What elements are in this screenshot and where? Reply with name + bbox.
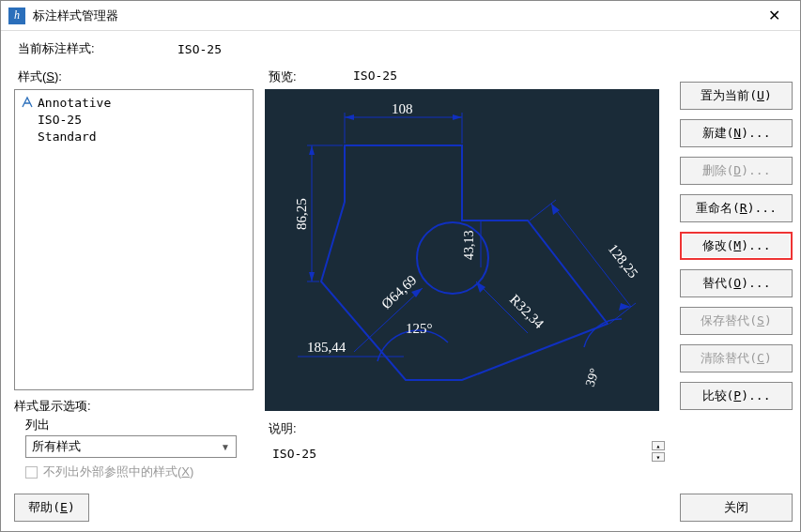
current-style-label: 当前标注样式: (18, 40, 177, 57)
chevron-down-icon[interactable]: ▾ (652, 452, 665, 462)
description-label: 说明: (269, 420, 669, 437)
dialog-window: h 标注样式管理器 ✕ 当前标注样式: ISO-25 样式(S): Annota… (0, 0, 801, 532)
preview-column: 预览: ISO-25 108 (265, 65, 669, 522)
preview-style-name: ISO-25 (353, 68, 397, 85)
description-spinner[interactable]: ▴ ▾ (652, 441, 665, 462)
list-item[interactable]: Standard (21, 128, 247, 144)
titlebar: h 标注样式管理器 ✕ (1, 1, 800, 31)
delete-button: 删除(D)... (680, 157, 793, 185)
override-button[interactable]: 替代(O)... (680, 269, 793, 297)
styles-filter-select[interactable]: 所有样式 ▼ (25, 435, 237, 458)
close-icon[interactable]: ✕ (755, 3, 793, 29)
styles-listbox[interactable]: Annotative ISO-25 Standard (14, 89, 254, 390)
description-section: 说明: ISO-25 ▴ ▾ (265, 417, 669, 469)
display-options: 样式显示选项: 列出 所有样式 ▼ 不列出外部参照中的样式(X) 帮助(E) (14, 390, 254, 522)
clear-override-button: 清除替代(C) (680, 344, 793, 372)
list-item-label: Annotative (38, 96, 111, 110)
styles-label: 样式(S): (18, 68, 254, 85)
preview-canvas: 108 86,25 Ø64,69 43,13 (265, 89, 659, 411)
list-item[interactable]: ISO-25 (21, 111, 247, 128)
list-out-label: 列出 (25, 417, 254, 433)
dim-corner-angle: 39° (583, 367, 602, 388)
new-button[interactable]: 新建(N)... (680, 119, 793, 147)
modify-button[interactable]: 修改(M)... (680, 232, 793, 260)
dim-left: 86,25 (294, 198, 309, 230)
dim-top: 108 (392, 101, 413, 116)
help-button[interactable]: 帮助(E) (14, 494, 89, 522)
current-style-row: 当前标注样式: ISO-25 (14, 40, 793, 57)
preview-label-row: 预览: ISO-25 (269, 68, 669, 85)
window-title: 标注样式管理器 (33, 8, 755, 24)
dim-vert-small: 43,13 (462, 231, 476, 261)
list-item[interactable]: Annotative (21, 94, 247, 111)
chevron-up-icon[interactable]: ▴ (652, 441, 665, 450)
checkbox-icon[interactable] (25, 466, 38, 479)
preview-label: 预览: (269, 68, 353, 85)
xref-checkbox-label: 不列出外部参照中的样式(X) (43, 464, 193, 480)
styles-column: 样式(S): Annotative ISO-25 Standard 样式显示选项… (14, 65, 254, 522)
dim-radius: R32,34 (507, 292, 547, 332)
dim-angle: 125° (406, 321, 433, 336)
xref-checkbox-row[interactable]: 不列出外部参照中的样式(X) (25, 464, 254, 480)
dim-right: 128,25 (606, 241, 641, 281)
list-item-label: Standard (38, 129, 97, 144)
compare-button[interactable]: 比较(P)... (680, 382, 793, 410)
rename-button[interactable]: 重命名(R)... (680, 194, 793, 222)
description-value-box: ISO-25 ▴ ▾ (265, 437, 669, 469)
annotative-icon (21, 96, 34, 109)
set-current-button[interactable]: 置为当前(U) (680, 82, 793, 110)
description-value: ISO-25 (272, 447, 316, 461)
chevron-down-icon: ▼ (221, 442, 230, 452)
current-style-value: ISO-25 (177, 42, 222, 56)
svg-line-12 (530, 200, 556, 220)
close-button[interactable]: 关闭 (680, 494, 793, 522)
content-area: 当前标注样式: ISO-25 样式(S): Annotative ISO-25 … (1, 31, 800, 531)
button-column: 置为当前(U) 新建(N)... 删除(D)... 重命名(R)... 修改(M… (680, 65, 793, 522)
display-options-header: 样式显示选项: (14, 398, 254, 415)
select-value: 所有样式 (32, 438, 81, 455)
dim-bottom: 185,44 (307, 340, 347, 355)
app-icon: h (8, 8, 25, 24)
save-override-button: 保存替代(S) (680, 307, 793, 335)
list-item-label: ISO-25 (38, 113, 82, 127)
